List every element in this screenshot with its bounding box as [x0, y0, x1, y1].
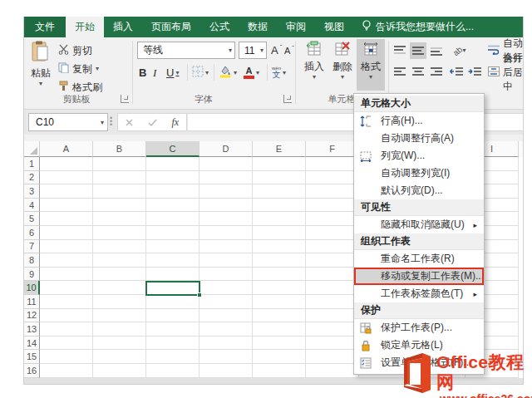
- tab-2[interactable]: 插入: [104, 17, 142, 37]
- menu-item-0-2[interactable]: 列宽(W)...: [354, 147, 484, 165]
- font-name-combo[interactable]: 等线 ▾: [137, 42, 235, 59]
- delete-cells-button[interactable]: 删除 ▾: [328, 41, 357, 81]
- grid-cell-F10[interactable]: [306, 281, 359, 295]
- grid-cell-B9[interactable]: [93, 268, 146, 282]
- grid-cell-A10[interactable]: [40, 281, 93, 295]
- grid-cell-F3[interactable]: [306, 184, 359, 199]
- grid-cell-F6[interactable]: [306, 226, 359, 240]
- grid-cell-A6[interactable]: [40, 226, 93, 240]
- bold-button[interactable]: B: [139, 64, 146, 81]
- cancel-icon[interactable]: [126, 115, 133, 130]
- row-header-6[interactable]: 6: [24, 226, 40, 240]
- grid-cell-B1[interactable]: [93, 157, 146, 171]
- insert-function-button[interactable]: fx: [171, 116, 179, 129]
- menu-item-0-3[interactable]: 自动调整列宽(I): [354, 165, 484, 182]
- grid-cell-F2[interactable]: [306, 171, 359, 185]
- grid-cell-D13[interactable]: [200, 322, 253, 337]
- grid-cell-F12[interactable]: [306, 309, 359, 323]
- row-header-8[interactable]: 8: [24, 253, 40, 268]
- grid-cell-D11[interactable]: [200, 295, 253, 309]
- italic-button[interactable]: I: [153, 64, 156, 81]
- grid-cell-C12[interactable]: [146, 309, 200, 323]
- grid-cell-C13[interactable]: [146, 322, 200, 337]
- grid-cell-C15[interactable]: [146, 350, 200, 364]
- grid-cell-C4[interactable]: [146, 199, 200, 213]
- underline-button[interactable]: U▾: [166, 64, 179, 81]
- menu-item-3-1[interactable]: 锁定单元格(L): [354, 337, 484, 354]
- grid-cell-F11[interactable]: [306, 295, 359, 309]
- row-header-5[interactable]: 5: [24, 212, 40, 226]
- row-header-7[interactable]: 7: [24, 240, 40, 254]
- grid-cell-A3[interactable]: [40, 184, 93, 199]
- grid-cell-C16[interactable]: [146, 364, 200, 378]
- selected-cell-outline[interactable]: [145, 281, 200, 296]
- grid-cell-A7[interactable]: [40, 240, 93, 254]
- grid-cell-E10[interactable]: [253, 281, 306, 295]
- grid-cell-A5[interactable]: [40, 212, 93, 226]
- fill-color-button[interactable]: ▾: [219, 64, 237, 81]
- grid-cell-C8[interactable]: [146, 253, 200, 268]
- grid-cell-A14[interactable]: [40, 337, 93, 351]
- column-header-B[interactable]: B: [93, 141, 146, 157]
- grid-cell-E6[interactable]: [253, 226, 306, 240]
- grid-cell-A8[interactable]: [40, 253, 93, 268]
- grid-cell-D7[interactable]: [200, 240, 253, 254]
- grid-cell-D6[interactable]: [200, 226, 253, 240]
- grid-cell-A13[interactable]: [40, 322, 93, 337]
- column-header-E[interactable]: E: [253, 141, 306, 157]
- grid-cell-C11[interactable]: [146, 295, 200, 309]
- tab-3[interactable]: 页面布局: [142, 17, 200, 37]
- grid-cell-E12[interactable]: [253, 309, 306, 323]
- grid-cell-A9[interactable]: [40, 268, 93, 282]
- select-all-corner[interactable]: [24, 141, 40, 157]
- column-header-D[interactable]: D: [200, 141, 253, 157]
- grid-cell-A12[interactable]: [40, 309, 93, 323]
- grid-cell-B3[interactable]: [93, 184, 146, 199]
- grid-cell-B2[interactable]: [93, 171, 146, 185]
- grid-cell-E15[interactable]: [253, 350, 306, 364]
- grid-cell-A16[interactable]: [40, 364, 93, 378]
- grid-cell-E8[interactable]: [253, 253, 306, 268]
- grid-cell-F16[interactable]: [306, 364, 359, 378]
- grid-cell-B12[interactable]: [93, 309, 146, 323]
- row-header-11[interactable]: 11: [24, 295, 40, 309]
- increase-indent-icon[interactable]: [466, 64, 483, 81]
- menu-item-2-1[interactable]: 移动或复制工作表(M)...: [354, 268, 484, 285]
- grid-cell-B11[interactable]: [93, 295, 146, 309]
- grid-cell-E2[interactable]: [253, 171, 306, 185]
- grid-cell-A11[interactable]: [40, 295, 93, 309]
- grid-cell-B10[interactable]: [93, 281, 146, 295]
- grid-cell-E9[interactable]: [253, 268, 306, 282]
- grid-cell-E7[interactable]: [253, 240, 306, 254]
- grid-cell-C7[interactable]: [146, 240, 200, 254]
- grid-cell-E4[interactable]: [253, 199, 306, 213]
- row-header-13[interactable]: 13: [24, 322, 40, 337]
- tab-1[interactable]: 开始: [66, 17, 104, 37]
- menu-item-0-4[interactable]: 默认列宽(D)...: [354, 182, 484, 199]
- align-top-icon[interactable]: [392, 42, 408, 59]
- grid-cell-A2[interactable]: [40, 171, 93, 185]
- merge-center-button[interactable]: 合并后居中: [488, 64, 524, 81]
- grid-cell-D16[interactable]: [200, 364, 253, 378]
- row-header-4[interactable]: 4: [24, 199, 40, 213]
- align-middle-icon[interactable]: [410, 42, 426, 59]
- tab-4[interactable]: 公式: [200, 17, 239, 37]
- grid-cell-D1[interactable]: [200, 157, 253, 171]
- font-dialog-launcher-icon[interactable]: [283, 95, 292, 103]
- grid-cell-F1[interactable]: [306, 157, 359, 171]
- grid-cell-B16[interactable]: [93, 364, 146, 378]
- grid-cell-F7[interactable]: [306, 240, 359, 254]
- grid-cell-F13[interactable]: [306, 322, 359, 337]
- grid-cell-C1[interactable]: [146, 157, 200, 171]
- name-box[interactable]: C10 ▾: [28, 113, 108, 131]
- grid-cell-B5[interactable]: [93, 212, 146, 226]
- copy-button[interactable]: 复制 ▾: [58, 61, 99, 77]
- grid-cell-C6[interactable]: [146, 226, 200, 240]
- grid-cell-C14[interactable]: [146, 337, 200, 351]
- grid-cell-F15[interactable]: [306, 350, 359, 364]
- row-header-12[interactable]: 12: [24, 309, 40, 323]
- grid-cell-F8[interactable]: [306, 253, 359, 268]
- fill-handle[interactable]: [197, 292, 202, 297]
- row-header-1[interactable]: 1: [24, 157, 40, 171]
- grow-font-button[interactable]: Aˆ: [271, 42, 282, 59]
